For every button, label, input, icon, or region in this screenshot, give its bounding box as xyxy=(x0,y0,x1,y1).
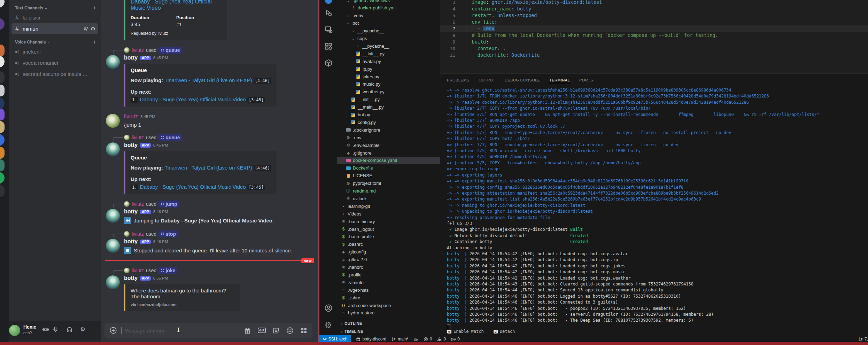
file-row-.bashrc[interactable]: $.bashrc xyxy=(337,241,440,248)
file-row-main.py[interactable]: __main__.py xyxy=(337,103,440,111)
file-row-cogs[interactable]: ⌄cogs xyxy=(337,35,440,42)
file-row-hydra.restore[interactable]: ≡hydra.restore xyxy=(337,309,440,317)
song-link[interactable]: Dababy - Suge (Yea Yea) Official Music V… xyxy=(140,96,246,102)
channel-mimuri[interactable]: #mimuri⚙ xyxy=(11,23,98,34)
gift-icon[interactable] xyxy=(244,327,251,334)
file-row-Videos[interactable]: ›Videos xyxy=(337,210,440,218)
voice-channel-jmekerii[interactable]: jmekerii xyxy=(11,46,98,57)
file-row-ip.py[interactable]: ip.py xyxy=(337,65,440,73)
file-row-.bashprofile[interactable]: $.bash_profile xyxy=(337,233,440,241)
code-line-10[interactable]: 10 context: . xyxy=(440,45,868,52)
server-icon[interactable] xyxy=(0,121,5,133)
tab-problems[interactable]: PROBLEMS xyxy=(447,78,469,83)
bot-name[interactable]: botty xyxy=(124,142,138,148)
server-icon[interactable] xyxy=(0,18,5,30)
tab-debug-console[interactable]: DEBUG CONSOLE xyxy=(505,78,540,83)
channel-la-pisici[interactable]: #la-pisici xyxy=(11,12,98,23)
server-icon[interactable] xyxy=(0,71,5,83)
remote-explorer-icon[interactable] xyxy=(319,21,337,38)
terminal[interactable]: => => resolve ghcr.io/astral-sh/uv:lates… xyxy=(447,87,866,330)
file-row-.profile[interactable]: $.profile xyxy=(337,271,440,279)
file-row-.wget-hsts[interactable]: ≡.wget-hsts xyxy=(337,286,440,294)
file-row-uv.lock[interactable]: ≡uv.lock xyxy=(337,195,440,202)
account-icon[interactable] xyxy=(319,299,337,316)
tab-terminal[interactable]: TERMINAL xyxy=(549,78,570,83)
code-line-6[interactable]: 6 env_file: xyxy=(440,19,868,25)
server-icon[interactable] xyxy=(0,185,5,197)
code-line-11[interactable]: 11 dockerfile: Dockerfile xyxy=(440,52,868,58)
statusbar-window[interactable]: botty-discord xyxy=(356,337,386,342)
file-row-.env[interactable]: ⚙.env xyxy=(337,134,440,141)
slash-command-chip[interactable]: stop xyxy=(158,230,178,237)
server-icon[interactable] xyxy=(0,134,5,146)
avatar[interactable] xyxy=(106,142,120,156)
message-input[interactable]: Message #mimuri I GIF xyxy=(104,323,312,338)
debug-icon[interactable] xyxy=(319,4,337,21)
file-row-init.py[interactable]: __init__.py xyxy=(337,50,440,57)
extensions-icon[interactable] xyxy=(319,38,337,55)
code-line-5[interactable]: 5 restart: unless-stopped xyxy=(440,12,868,19)
statusbar-errors[interactable]: 0 xyxy=(424,337,432,342)
file-row-pycache[interactable]: ›__pycache__ xyxy=(337,42,440,50)
avatar[interactable] xyxy=(9,325,20,336)
file-row-bot[interactable]: ⌄bot xyxy=(337,19,440,27)
file-row-LICENSE[interactable]: LICENSE xyxy=(337,172,440,180)
slash-command-chip[interactable]: queue xyxy=(158,47,182,54)
file-row-.dockerignore[interactable]: .dockerignore xyxy=(337,126,440,134)
emoji-icon[interactable] xyxy=(286,327,294,334)
voice-channel-secretul[interactable]: secretul ascuns pe insula ... xyxy=(11,69,98,79)
code-line-4[interactable]: 4 container_name: botty xyxy=(440,6,868,12)
reply-context[interactable]: liviutzusedqueue xyxy=(124,46,318,54)
file-row-weather.py[interactable]: weather.py xyxy=(337,88,440,96)
server-icon[interactable] xyxy=(0,109,5,120)
cursor-position[interactable]: Ln 7, xyxy=(859,337,868,342)
file-row-bot.py[interactable]: bot.py xyxy=(337,111,440,119)
avatar[interactable] xyxy=(106,275,120,289)
reply-context[interactable]: liviutzusedqueue xyxy=(124,134,318,141)
code-line-8[interactable]: 8 # Build from the local Dockerfile when… xyxy=(440,32,868,39)
file-row-.githubworkflows[interactable]: ⌄.github / workflows● xyxy=(337,0,440,4)
statusbar-cloud-upload[interactable] xyxy=(414,337,418,342)
editor[interactable]: 3 image: ghcr.io/hexiejexie/botty-discor… xyxy=(440,0,868,73)
file-row-readme.md[interactable]: ⓘreadme.mdU xyxy=(337,187,440,195)
server-icon[interactable] xyxy=(0,56,5,68)
server-icon[interactable] xyxy=(0,147,5,159)
statusbar-warnings[interactable]: 0 xyxy=(437,337,446,342)
file-row-.gitignore[interactable]: ◆.gitignore xyxy=(337,149,440,157)
bot-name[interactable]: botty xyxy=(124,209,138,215)
code-line-3[interactable]: 3 image: ghcr.io/hexiejexie/botty-discor… xyxy=(440,0,868,6)
file-row-.bashlogout[interactable]: $.bash_logout xyxy=(337,225,440,233)
reply-username[interactable]: liviutz xyxy=(132,135,144,140)
code-line-9[interactable]: 9 build: xyxy=(440,39,868,45)
file-row-jokes.py[interactable]: jokes.py xyxy=(337,73,440,80)
reply-username[interactable]: liviutz xyxy=(132,201,144,207)
tab-ports[interactable]: PORTS xyxy=(579,78,593,83)
person-add-icon[interactable] xyxy=(83,26,88,31)
file-row-.bashhistory[interactable]: ≡.bash_history xyxy=(337,218,440,225)
file-row-.zshrc[interactable]: $.zshrc xyxy=(337,294,440,301)
song-link[interactable]: Tinariwen - Talyat Girl (Live on KEXP) xyxy=(165,165,252,171)
action-detach[interactable]: dDetach xyxy=(494,329,515,334)
gamepad-icon[interactable] xyxy=(42,326,49,333)
reply-context[interactable]: liviutzusedjoke xyxy=(124,267,318,274)
server-icon[interactable] xyxy=(0,159,5,171)
file-row-pycache[interactable]: ›__pycache__ xyxy=(337,27,440,35)
file-row-docker-compose.yaml[interactable]: docker-compose.yamlU xyxy=(337,157,440,164)
code-line-7[interactable]: 7 - .env xyxy=(440,25,868,32)
file-row-config.py[interactable]: config.py xyxy=(337,118,440,126)
file-row-.gitconfig[interactable]: ◆.gitconfig xyxy=(337,248,440,256)
voice-channel-vocea[interactable]: vocea romaniei xyxy=(11,57,98,68)
settings-gear-icon[interactable]: ⚙ xyxy=(319,316,337,334)
chevron-down-icon[interactable]: ⌄ xyxy=(75,328,77,331)
avatar[interactable] xyxy=(106,209,120,223)
settings-gear-icon[interactable]: ⚙ xyxy=(91,26,95,31)
bot-name[interactable]: botty xyxy=(124,275,138,281)
song-link[interactable]: Dababy - Suge (Yea Yea) Official Music V… xyxy=(140,184,246,190)
slash-command-chip[interactable]: joke xyxy=(158,267,177,274)
file-row-.venv[interactable]: ›.venv xyxy=(337,12,440,19)
reply-username[interactable]: liviutz xyxy=(132,231,144,237)
container-icon[interactable] xyxy=(319,54,337,71)
chevron-down-icon[interactable]: ⌄ xyxy=(60,328,63,331)
file-row-.gtkrc-2.0[interactable]: ≡.gtkrc-2.0 xyxy=(337,256,440,264)
file-row-.env.example[interactable]: ⚙.env.example xyxy=(337,141,440,149)
